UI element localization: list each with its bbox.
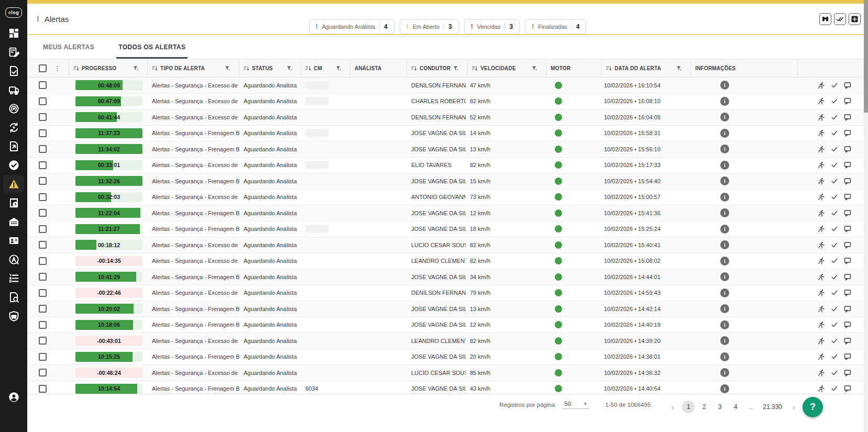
info-icon[interactable]: i [720, 289, 729, 297]
sidebar-item-check-circle[interactable] [3, 156, 24, 174]
comment-icon[interactable] [844, 257, 851, 264]
check-icon[interactable] [831, 337, 838, 345]
info-icon[interactable]: i [720, 257, 729, 265]
check-icon[interactable] [831, 321, 838, 328]
filter-icon[interactable] [676, 65, 682, 71]
row-checkbox[interactable] [39, 273, 47, 281]
info-icon[interactable]: i [720, 81, 729, 90]
row-checkbox[interactable] [39, 209, 47, 217]
check-icon[interactable] [831, 146, 838, 153]
filter-icon[interactable] [453, 65, 459, 71]
scrollbar-thumb[interactable] [864, 0, 868, 113]
comment-icon[interactable] [844, 273, 851, 281]
comment-icon[interactable] [844, 241, 851, 249]
check-icon[interactable] [831, 257, 838, 264]
vertical-scrollbar[interactable] [864, 0, 868, 432]
tab-todos-os-alertas[interactable]: TODOS OS ALERTAS [116, 43, 188, 59]
comment-icon[interactable] [844, 82, 851, 89]
info-icon[interactable]: i [720, 176, 729, 185]
check-icon[interactable] [831, 129, 838, 137]
comment-icon[interactable] [844, 161, 851, 169]
info-icon[interactable]: i [720, 304, 729, 313]
pager-prev-button[interactable]: ‹ [666, 401, 679, 413]
runner-icon[interactable] [818, 114, 825, 121]
user-avatar-icon[interactable] [3, 388, 24, 406]
row-checkbox[interactable] [39, 113, 47, 121]
comment-icon[interactable] [844, 146, 851, 153]
check-icon[interactable] [831, 225, 838, 232]
row-checkbox[interactable] [39, 225, 47, 233]
pager-next-button[interactable]: › [787, 401, 800, 413]
comment-icon[interactable] [844, 114, 851, 121]
info-icon[interactable]: i [720, 320, 729, 329]
info-icon[interactable]: i [720, 352, 729, 361]
runner-icon[interactable] [818, 178, 825, 185]
row-checkbox[interactable] [39, 177, 47, 185]
sidebar-item-alerts-warning[interactable] [3, 175, 24, 193]
comment-icon[interactable] [844, 385, 851, 392]
row-checkbox[interactable] [39, 257, 47, 265]
comment-icon[interactable] [844, 353, 851, 360]
row-checkbox[interactable] [39, 337, 47, 345]
pager-page-last[interactable]: 21.330 [761, 401, 784, 413]
app-logo[interactable]: elog [5, 7, 23, 18]
comment-icon[interactable] [844, 337, 851, 345]
row-checkbox[interactable] [39, 369, 47, 376]
runner-icon[interactable] [818, 82, 825, 89]
status-badge-aguardando-análista[interactable]: !Aguardando Análista4 [309, 19, 394, 34]
sort-icon[interactable] [411, 65, 417, 71]
check-icon[interactable] [831, 273, 838, 281]
sidebar-item-receipt-clock[interactable] [3, 194, 24, 212]
sidebar-item-sync[interactable] [3, 118, 24, 136]
sort-icon[interactable] [472, 65, 478, 71]
binoculars-button[interactable] [819, 13, 831, 25]
sidebar-item-document-check[interactable] [3, 62, 24, 80]
check-icon[interactable] [831, 241, 838, 249]
row-checkbox[interactable] [39, 385, 47, 393]
runner-icon[interactable] [818, 321, 825, 328]
comment-icon[interactable] [844, 369, 851, 376]
info-icon[interactable]: i [720, 240, 729, 249]
pager-page-2[interactable]: 2 [698, 401, 710, 413]
runner-icon[interactable] [818, 273, 825, 281]
filter-icon[interactable] [133, 65, 139, 71]
info-icon[interactable]: i [720, 384, 729, 393]
row-checkbox[interactable] [39, 129, 47, 137]
status-badge-finalizadas[interactable]: !Finalizadas4 [525, 19, 586, 34]
sidebar-item-note-edit[interactable] [3, 43, 24, 61]
runner-icon[interactable] [818, 225, 825, 232]
check-icon[interactable] [831, 82, 838, 89]
row-checkbox[interactable] [39, 353, 47, 361]
comment-icon[interactable] [844, 129, 851, 137]
sort-icon[interactable] [244, 65, 249, 71]
runner-icon[interactable] [818, 146, 825, 153]
runner-icon[interactable] [818, 369, 825, 376]
pager-page-4[interactable]: 4 [729, 401, 742, 413]
row-checkbox[interactable] [39, 161, 47, 169]
sidebar-item-file-export[interactable] [3, 137, 24, 155]
runner-icon[interactable] [818, 305, 825, 313]
sidebar-item-broadcast[interactable] [3, 99, 24, 117]
sort-icon[interactable] [152, 65, 158, 71]
double-check-button[interactable] [834, 13, 846, 25]
runner-icon[interactable] [818, 353, 825, 360]
tab-meus-alertas[interactable]: MEUS ALERTAS [41, 43, 96, 59]
check-icon[interactable] [831, 305, 838, 313]
runner-icon[interactable] [818, 193, 825, 201]
row-checkbox[interactable] [39, 241, 47, 249]
check-icon[interactable] [831, 289, 838, 296]
info-icon[interactable]: i [720, 145, 729, 153]
runner-icon[interactable] [818, 385, 825, 392]
sidebar-item-automation[interactable] [3, 250, 24, 268]
comment-icon[interactable] [844, 305, 851, 313]
runner-icon[interactable] [818, 257, 825, 264]
sidebar-item-id-card[interactable] [3, 231, 24, 249]
comment-icon[interactable] [844, 209, 851, 217]
row-checkbox[interactable] [39, 193, 47, 201]
runner-icon[interactable] [818, 241, 825, 249]
row-checkbox[interactable] [39, 81, 47, 89]
check-icon[interactable] [831, 385, 838, 392]
runner-icon[interactable] [818, 161, 825, 169]
runner-icon[interactable] [818, 289, 825, 296]
comment-icon[interactable] [844, 321, 851, 328]
